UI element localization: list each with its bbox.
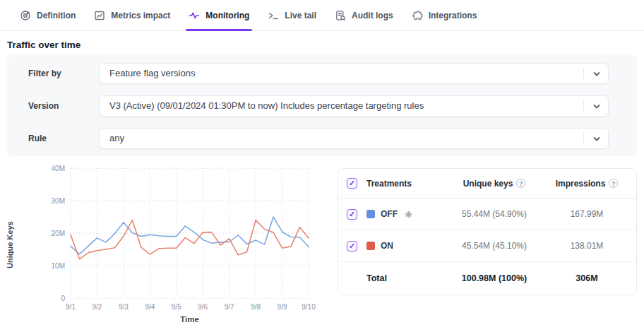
- impressions-header-label: Impressions: [556, 179, 606, 189]
- filter-row: Filter by Feature flag versions: [7, 63, 637, 84]
- version-label: Version: [28, 95, 93, 117]
- x-tick-label: 9/3: [119, 303, 129, 311]
- tab-integrations[interactable]: Integrations: [412, 0, 477, 30]
- filter-by-select[interactable]: Feature flag versions: [99, 63, 609, 84]
- unique-keys-header: Unique keys ?: [451, 179, 537, 189]
- series-line-on: [71, 220, 309, 259]
- impressions-header: Impressions ?: [537, 179, 636, 189]
- treatments-header: Treatments: [366, 179, 451, 189]
- on-color-swatch: [366, 242, 375, 250]
- y-tick-label: 20M: [52, 230, 65, 237]
- page-title: Traffic over time: [7, 40, 80, 50]
- target-icon: [20, 10, 31, 21]
- treatment-name: OFF: [381, 209, 398, 219]
- table-header-row: ✓ Treatments Unique keys ? Impressions ?: [338, 169, 636, 198]
- treatments-table: ✓ Treatments Unique keys ? Impressions ?…: [338, 168, 637, 295]
- on-unique-keys: 45.54M (45.10%): [451, 241, 537, 251]
- x-tick-label: 9/7: [225, 303, 234, 311]
- puzzle-icon: [412, 10, 423, 21]
- rule-value: any: [109, 129, 577, 148]
- x-tick-label: 9/5: [172, 303, 181, 311]
- tab-definition[interactable]: Definition: [20, 0, 76, 30]
- y-tick-label: 10M: [52, 262, 65, 270]
- treatment-name: ON: [381, 241, 393, 251]
- off-checkbox[interactable]: ✓: [347, 209, 357, 220]
- x-tick-label: 9/6: [198, 303, 208, 311]
- filter-by-label: Filter by: [28, 63, 93, 84]
- table-row-on: ✓ ON 45.54M (45.10%) 138.01M: [338, 230, 636, 262]
- x-tick-label: 9/4: [145, 303, 155, 311]
- tab-audit-logs[interactable]: Audit logs: [335, 0, 393, 30]
- x-tick-label: 9/1: [66, 303, 76, 311]
- version-select[interactable]: V3 (Active) (09/01/2024 01:30PM to now) …: [99, 95, 609, 117]
- default-treatment-icon: [405, 211, 412, 218]
- line-chart-canvas: 010M20M30M40M9/19/29/39/49/59/69/79/89/9…: [4, 164, 335, 314]
- total-impressions: 306M: [537, 273, 636, 283]
- divider: [583, 100, 584, 112]
- chevron-down-icon[interactable]: [592, 69, 602, 82]
- chevron-down-icon[interactable]: [592, 134, 602, 147]
- divider: [583, 133, 584, 144]
- table-total-row: Total 100.98M (100%) 306M: [338, 262, 636, 295]
- terminal-icon: [268, 10, 279, 21]
- traffic-chart: Unique Keys 010M20M30M40M9/19/29/39/49/5…: [4, 164, 335, 331]
- monitoring-page: Definition Metrics impact Monitoring: [0, 0, 644, 332]
- help-icon[interactable]: ?: [609, 179, 618, 188]
- tab-label: Definition: [37, 11, 76, 20]
- table-row-off: ✓ OFF 55.44M (54.90%) 167.99M: [338, 198, 636, 230]
- line-chart-icon: [94, 10, 105, 21]
- tab-label: Integrations: [429, 11, 477, 20]
- x-tick-label: 9/2: [92, 303, 102, 311]
- y-tick-label: 0: [61, 295, 65, 302]
- version-value: V3 (Active) (09/01/2024 01:30PM to now) …: [109, 96, 577, 116]
- filter-panel: Filter by Feature flag versions Version …: [7, 54, 637, 156]
- x-tick-label: 9/9: [278, 303, 287, 311]
- select-all-checkbox[interactable]: ✓: [347, 178, 357, 189]
- tab-monitoring[interactable]: Monitoring: [189, 0, 249, 30]
- tab-label: Audit logs: [352, 11, 393, 20]
- off-impressions: 167.99M: [537, 209, 636, 219]
- pulse-icon: [189, 10, 200, 21]
- on-impressions: 138.01M: [537, 241, 636, 251]
- chevron-down-icon[interactable]: [592, 102, 602, 114]
- y-axis-title: Unique Keys: [6, 196, 14, 295]
- filter-row: Version V3 (Active) (09/01/2024 01:30PM …: [7, 95, 637, 117]
- x-tick-label: 9/10: [302, 303, 316, 311]
- total-unique-keys: 100.98M (100%): [451, 273, 537, 283]
- on-checkbox[interactable]: ✓: [347, 241, 357, 251]
- y-tick-label: 30M: [52, 197, 65, 205]
- x-axis-title: Time: [71, 315, 309, 324]
- help-icon[interactable]: ?: [516, 179, 525, 188]
- off-unique-keys: 55.44M (54.90%): [451, 209, 537, 219]
- y-tick-label: 40M: [52, 165, 65, 172]
- off-color-swatch: [366, 210, 375, 218]
- x-tick-label: 9/8: [251, 303, 261, 311]
- divider: [583, 68, 584, 79]
- tab-bar: Definition Metrics impact Monitoring: [0, 0, 644, 31]
- rule-label: Rule: [28, 128, 93, 149]
- tab-metrics-impact[interactable]: Metrics impact: [94, 0, 170, 30]
- total-label: Total: [366, 273, 451, 283]
- rule-select[interactable]: any: [99, 128, 609, 149]
- series-line-off: [71, 217, 309, 254]
- filter-by-value: Feature flag versions: [109, 64, 577, 83]
- unique-keys-header-label: Unique keys: [463, 179, 513, 189]
- tab-label: Monitoring: [205, 11, 249, 20]
- audit-log-icon: [335, 10, 346, 21]
- tab-live-tail[interactable]: Live tail: [268, 0, 316, 30]
- tab-label: Metrics impact: [111, 11, 170, 20]
- filter-row: Rule any: [7, 128, 637, 149]
- tab-label: Live tail: [285, 11, 316, 20]
